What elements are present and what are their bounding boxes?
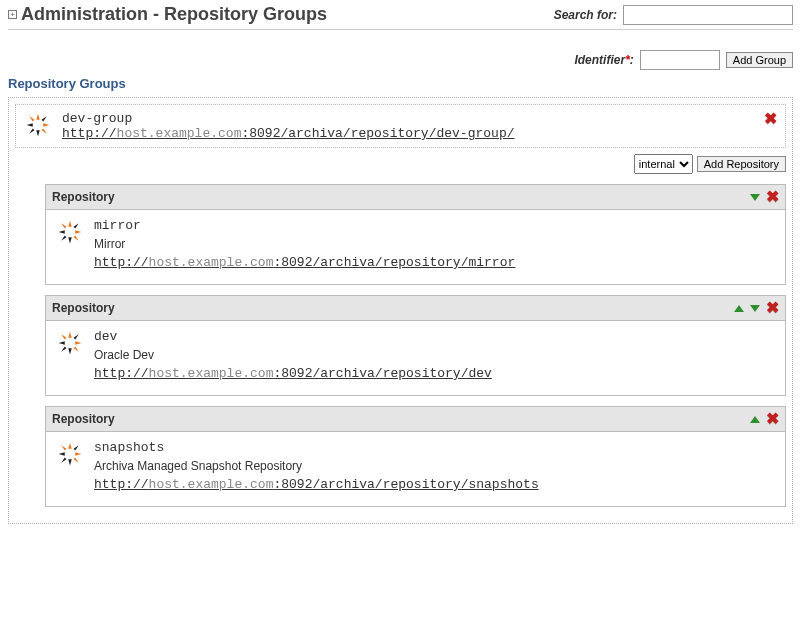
- repository-card: Repository✖devOracle Devhttp://host.exam…: [45, 295, 786, 396]
- archiva-logo-icon: [24, 111, 52, 139]
- delete-repository-icon[interactable]: ✖: [766, 411, 779, 427]
- search-label: Search for:: [554, 8, 617, 22]
- archiva-logo-icon: [56, 329, 84, 357]
- identifier-label: Identifier*:: [574, 53, 633, 67]
- repository-card: Repository✖snapshotsArchiva Managed Snap…: [45, 406, 786, 507]
- add-group-button[interactable]: Add Group: [726, 52, 793, 68]
- repo-select[interactable]: internal: [634, 154, 693, 174]
- expand-icon[interactable]: +: [8, 10, 17, 19]
- move-up-icon[interactable]: [734, 305, 744, 312]
- add-repository-button[interactable]: Add Repository: [697, 156, 786, 172]
- delete-repository-icon[interactable]: ✖: [766, 189, 779, 205]
- delete-repository-icon[interactable]: ✖: [766, 300, 779, 316]
- repository-name: Mirror: [94, 237, 515, 251]
- repository-card: Repository✖mirrorMirrorhttp://host.examp…: [45, 184, 786, 285]
- group-container: ✖ dev-group http://host.example.com:8092…: [8, 97, 793, 524]
- repository-id: dev: [94, 329, 492, 344]
- repository-name: Archiva Managed Snapshot Repository: [94, 459, 539, 473]
- repository-heading: Repository: [52, 301, 115, 315]
- move-down-icon[interactable]: [750, 305, 760, 312]
- group-url-link[interactable]: http://host.example.com:8092/archiva/rep…: [62, 126, 514, 141]
- move-up-icon[interactable]: [750, 416, 760, 423]
- archiva-logo-icon: [56, 218, 84, 246]
- repository-url-link[interactable]: http://host.example.com:8092/archiva/rep…: [94, 255, 515, 270]
- search-input[interactable]: [623, 5, 793, 25]
- repository-heading: Repository: [52, 190, 115, 204]
- repository-url-link[interactable]: http://host.example.com:8092/archiva/rep…: [94, 366, 492, 381]
- delete-group-icon[interactable]: ✖: [764, 111, 777, 127]
- archiva-logo-icon: [56, 440, 84, 468]
- group-id: dev-group: [62, 111, 514, 126]
- identifier-input[interactable]: [640, 50, 720, 70]
- group-header: ✖ dev-group http://host.example.com:8092…: [15, 104, 786, 148]
- repository-heading: Repository: [52, 412, 115, 426]
- repository-id: mirror: [94, 218, 515, 233]
- page-title: Administration - Repository Groups: [21, 4, 327, 25]
- repository-name: Oracle Dev: [94, 348, 492, 362]
- move-down-icon[interactable]: [750, 194, 760, 201]
- section-title: Repository Groups: [8, 76, 793, 91]
- repository-url-link[interactable]: http://host.example.com:8092/archiva/rep…: [94, 477, 539, 492]
- repository-id: snapshots: [94, 440, 539, 455]
